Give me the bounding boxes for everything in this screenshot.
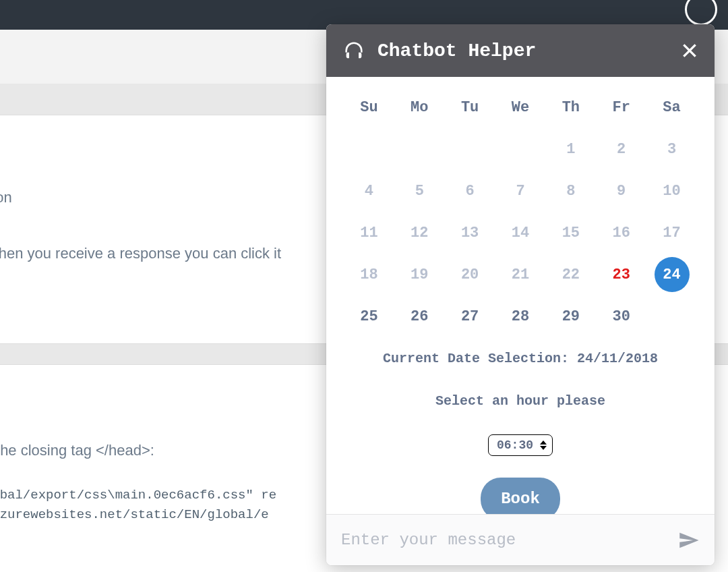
chat-title: Chatbot Helper	[377, 40, 669, 61]
calendar-day[interactable]: 21	[495, 254, 546, 295]
calendar-day[interactable]: 25	[344, 295, 394, 337]
background-code: /static/EN/global/export/css\main.0ec6ac…	[0, 486, 276, 525]
calendar-day[interactable]: 18	[344, 254, 394, 295]
calendar-day[interactable]: 26	[394, 295, 445, 337]
calendar-day[interactable]: 15	[545, 212, 596, 254]
time-select[interactable]: 06:30	[488, 434, 553, 456]
calendar-dow: Sa	[646, 86, 697, 128]
calendar-day[interactable]: 2	[596, 128, 646, 170]
calendar-day[interactable]: 24	[646, 254, 697, 295]
headphones-icon	[342, 39, 365, 62]
calendar: SuMoTuWeThFrSa 1234567891011121314151617…	[344, 86, 697, 337]
calendar-day[interactable]: 4	[344, 170, 394, 212]
calendar-day[interactable]: 30	[596, 295, 646, 337]
calendar-day[interactable]: 5	[394, 170, 445, 212]
calendar-day[interactable]: 23	[596, 254, 646, 295]
chat-header: Chatbot Helper	[326, 24, 715, 77]
calendar-day[interactable]: 1	[545, 128, 596, 170]
calendar-day[interactable]: 27	[445, 295, 495, 337]
calendar-day[interactable]: 20	[445, 254, 495, 295]
background-text: fore the closing tag </head>:	[0, 442, 154, 459]
close-icon[interactable]	[681, 42, 698, 59]
status-prefix: Current Date Selection:	[383, 351, 577, 366]
time-stepper[interactable]	[540, 440, 547, 450]
book-button[interactable]: Book	[481, 478, 560, 514]
calendar-day[interactable]: 19	[394, 254, 445, 295]
background-text: ation	[0, 189, 12, 206]
calendar-day[interactable]: 9	[596, 170, 646, 212]
chat-input-bar	[326, 514, 715, 565]
chevron-down-icon[interactable]	[540, 446, 547, 450]
time-value: 06:30	[497, 438, 533, 452]
calendar-day[interactable]: 17	[646, 212, 697, 254]
calendar-dow: We	[495, 86, 546, 128]
calendar-day[interactable]: 10	[646, 170, 697, 212]
calendar-dow: Su	[344, 86, 394, 128]
calendar-day[interactable]: 11	[344, 212, 394, 254]
hour-prompt: Select an hour please	[344, 393, 697, 409]
calendar-day[interactable]: 16	[596, 212, 646, 254]
profile-avatar[interactable]	[685, 0, 717, 26]
calendar-day[interactable]: 7	[495, 170, 546, 212]
status-value: 24/11/2018	[577, 351, 658, 366]
background-text: w. When you receive a response you can c…	[0, 245, 281, 262]
calendar-day[interactable]: 13	[445, 212, 495, 254]
message-input[interactable]	[341, 531, 669, 549]
send-icon[interactable]	[677, 529, 700, 552]
calendar-dow: Tu	[445, 86, 495, 128]
chat-body: SuMoTuWeThFrSa 1234567891011121314151617…	[326, 77, 715, 514]
calendar-day[interactable]: 6	[445, 170, 495, 212]
calendar-day[interactable]: 22	[545, 254, 596, 295]
date-selection-status: Current Date Selection: 24/11/2018	[344, 351, 697, 366]
chevron-up-icon[interactable]	[540, 440, 547, 445]
calendar-day[interactable]: 28	[495, 295, 546, 337]
calendar-dow: Th	[545, 86, 596, 128]
calendar-dow: Mo	[394, 86, 445, 128]
calendar-day[interactable]: 8	[545, 170, 596, 212]
chat-widget: Chatbot Helper SuMoTuWeThFrSa 1234567891…	[326, 24, 715, 565]
calendar-day[interactable]: 29	[545, 295, 596, 337]
calendar-day[interactable]: 3	[646, 128, 697, 170]
calendar-day[interactable]: 14	[495, 212, 546, 254]
calendar-day[interactable]: 12	[394, 212, 445, 254]
calendar-dow: Fr	[596, 86, 646, 128]
